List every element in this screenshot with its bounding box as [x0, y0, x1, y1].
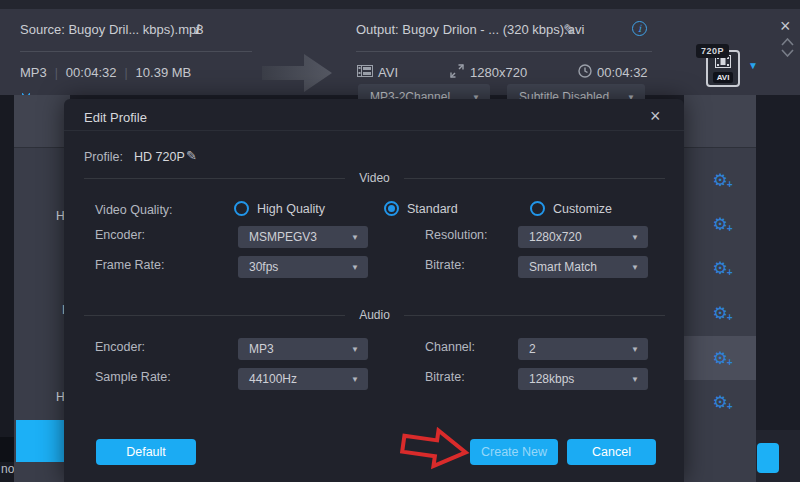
background-block — [0, 437, 14, 462]
channel-label: Channel: — [425, 340, 475, 354]
frame-rate-select[interactable]: 30fps ▼ — [238, 256, 368, 278]
caret-down-icon: ▼ — [351, 233, 359, 242]
resolution-icon — [450, 64, 464, 78]
profile-settings-gear-icon[interactable]: ⚙+ — [684, 336, 756, 380]
settings-column-header — [684, 95, 756, 148]
format-label: AVI — [713, 72, 734, 83]
source-info-icon[interactable]: i — [194, 22, 199, 37]
edit-profile-name-icon[interactable]: ✎ — [186, 148, 197, 163]
app-window: Source: Bugoy Dril... kbps).mp3 i MP3 | … — [0, 0, 800, 482]
audio-bitrate-label: Bitrate: — [425, 370, 465, 384]
audio-encoder-select[interactable]: MP3 ▼ — [238, 338, 368, 360]
audio-section-title: Audio — [359, 308, 390, 322]
profile-settings-gear-icon[interactable]: ⚙+ — [684, 246, 756, 290]
settings-column: ⚙+ ⚙+ ⚙+ ⚙+ ⚙+ ⚙+ — [684, 95, 756, 482]
default-button[interactable]: Default — [96, 439, 196, 465]
output-format: AVI — [378, 65, 398, 80]
annotation-arrow-icon — [398, 424, 474, 476]
resolution-label: Resolution: — [425, 228, 488, 242]
source-divider — [20, 51, 252, 52]
radio-selected-icon — [384, 201, 399, 216]
profile-caret-icon[interactable]: ▼ — [748, 60, 758, 71]
profile-list-header — [14, 95, 70, 148]
output-file-title: Output: Bugoy Drilon - ... (320 kbps).av… — [356, 22, 584, 37]
radio-icon — [234, 201, 249, 216]
chevron-down-icon[interactable] — [781, 49, 794, 57]
video-section-title: Video — [359, 171, 389, 185]
source-format: MP3 — [20, 65, 47, 80]
video-bitrate-select[interactable]: Smart Match ▼ — [518, 256, 648, 278]
output-info-icon[interactable]: i — [632, 21, 647, 36]
sample-rate-select[interactable]: 44100Hz ▼ — [238, 368, 368, 390]
video-quality-label: Video Quality: — [95, 203, 173, 217]
window-right-area — [756, 95, 800, 482]
create-new-button[interactable]: Create New — [470, 439, 558, 465]
source-size: 10.39 MB — [136, 65, 192, 80]
selected-profile-highlight[interactable] — [16, 420, 64, 462]
profile-label: Profile: — [84, 150, 123, 164]
frame-rate-label: Frame Rate: — [95, 258, 164, 272]
profile-settings-gear-icon[interactable]: ⚙+ — [684, 202, 756, 246]
audio-encoder-label: Encoder: — [95, 340, 145, 354]
caret-down-icon: ▼ — [631, 375, 639, 384]
resolution-select[interactable]: 1280x720 ▼ — [518, 226, 648, 248]
radio-high-quality[interactable]: High Quality — [234, 201, 325, 216]
source-file-title: Source: Bugoy Dril... kbps).mp3 — [20, 22, 204, 37]
close-window-icon[interactable]: × — [780, 17, 791, 35]
source-duration: 00:04:32 — [66, 65, 117, 80]
separator: | — [55, 66, 58, 80]
video-encoder-label: Encoder: — [95, 228, 145, 242]
video-encoder-select[interactable]: MSMPEGV3 ▼ — [238, 226, 368, 248]
profile-settings-gear-icon[interactable]: ⚙+ — [684, 158, 756, 202]
output-divider — [356, 51, 652, 52]
convert-button-fragment[interactable] — [757, 443, 779, 473]
radio-icon — [530, 201, 545, 216]
caret-down-icon: ▼ — [351, 263, 359, 272]
video-section-header: Video — [84, 171, 665, 185]
window-left-edge — [0, 95, 14, 482]
caret-down-icon: ▼ — [351, 375, 359, 384]
channel-select[interactable]: 2 ▼ — [518, 338, 648, 360]
sample-rate-label: Sample Rate: — [95, 370, 171, 384]
audio-section-header: Audio — [84, 308, 665, 322]
caret-down-icon: ▼ — [351, 345, 359, 354]
profile-settings-gear-icon[interactable]: ⚙+ — [684, 291, 756, 335]
separator: | — [124, 66, 127, 80]
audio-bitrate-select[interactable]: 128kbps ▼ — [518, 368, 648, 390]
output-duration: 00:04:32 — [597, 65, 648, 80]
titlebar-strip — [0, 0, 800, 9]
profile-settings-gear-icon[interactable]: ⚙+ — [684, 380, 756, 424]
caret-down-icon: ▼ — [631, 345, 639, 354]
source-meta: MP3 | 00:04:32 | 10.39 MB — [20, 65, 191, 80]
profile-name: HD 720P — [134, 150, 185, 164]
caret-down-icon: ▼ — [631, 263, 639, 272]
film-icon — [357, 65, 373, 77]
radio-standard[interactable]: Standard — [384, 201, 458, 216]
quality-badge: 720P — [696, 44, 729, 58]
rename-output-icon[interactable]: ✎ — [563, 21, 576, 39]
cancel-button[interactable]: Cancel — [567, 439, 656, 465]
dialog-title: Edit Profile — [84, 110, 147, 125]
caret-down-icon: ▼ — [631, 233, 639, 242]
video-bitrate-label: Bitrate: — [425, 258, 465, 272]
conversion-info-banner — [0, 0, 800, 95]
dialog-close-icon[interactable]: × — [650, 107, 661, 125]
edit-profile-dialog: Edit Profile × Profile: HD 720P ✎ Video … — [64, 99, 684, 482]
conversion-arrow-icon — [260, 52, 334, 94]
chevron-up-icon[interactable] — [781, 38, 794, 46]
duration-clock-icon — [578, 64, 592, 78]
output-resolution: 1280x720 — [470, 65, 527, 80]
radio-customize[interactable]: Customize — [530, 201, 612, 216]
dialog-header-divider — [64, 130, 684, 131]
